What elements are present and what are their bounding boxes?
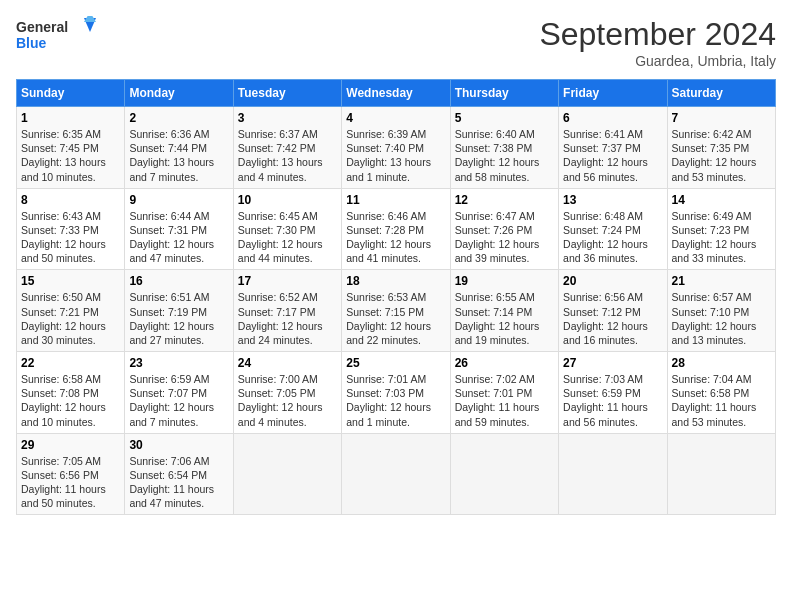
calendar-cell: 27Sunrise: 7:03 AMSunset: 6:59 PMDayligh… [559, 352, 667, 434]
calendar-cell: 19Sunrise: 6:55 AMSunset: 7:14 PMDayligh… [450, 270, 558, 352]
day-info: Sunrise: 6:48 AMSunset: 7:24 PMDaylight:… [563, 209, 662, 266]
day-number: 9 [129, 193, 228, 207]
svg-text:Blue: Blue [16, 35, 47, 51]
day-number: 27 [563, 356, 662, 370]
calendar-cell: 15Sunrise: 6:50 AMSunset: 7:21 PMDayligh… [17, 270, 125, 352]
weekday-header-tuesday: Tuesday [233, 80, 341, 107]
day-info: Sunrise: 6:51 AMSunset: 7:19 PMDaylight:… [129, 290, 228, 347]
weekday-header-saturday: Saturday [667, 80, 775, 107]
day-number: 25 [346, 356, 445, 370]
calendar-cell: 1Sunrise: 6:35 AMSunset: 7:45 PMDaylight… [17, 107, 125, 189]
day-number: 11 [346, 193, 445, 207]
calendar-cell: 20Sunrise: 6:56 AMSunset: 7:12 PMDayligh… [559, 270, 667, 352]
svg-text:General: General [16, 19, 68, 35]
calendar-cell: 12Sunrise: 6:47 AMSunset: 7:26 PMDayligh… [450, 188, 558, 270]
weekday-header-monday: Monday [125, 80, 233, 107]
day-number: 18 [346, 274, 445, 288]
location-subtitle: Guardea, Umbria, Italy [539, 53, 776, 69]
day-info: Sunrise: 6:56 AMSunset: 7:12 PMDaylight:… [563, 290, 662, 347]
day-info: Sunrise: 7:06 AMSunset: 6:54 PMDaylight:… [129, 454, 228, 511]
day-info: Sunrise: 6:52 AMSunset: 7:17 PMDaylight:… [238, 290, 337, 347]
svg-marker-3 [84, 16, 96, 22]
calendar-cell: 9Sunrise: 6:44 AMSunset: 7:31 PMDaylight… [125, 188, 233, 270]
day-info: Sunrise: 6:41 AMSunset: 7:37 PMDaylight:… [563, 127, 662, 184]
calendar-cell [342, 433, 450, 515]
page-header: General Blue September 2024 Guardea, Umb… [16, 16, 776, 69]
calendar-cell: 8Sunrise: 6:43 AMSunset: 7:33 PMDaylight… [17, 188, 125, 270]
calendar-cell: 11Sunrise: 6:46 AMSunset: 7:28 PMDayligh… [342, 188, 450, 270]
calendar-cell: 25Sunrise: 7:01 AMSunset: 7:03 PMDayligh… [342, 352, 450, 434]
calendar-cell [667, 433, 775, 515]
day-info: Sunrise: 6:58 AMSunset: 7:08 PMDaylight:… [21, 372, 120, 429]
day-number: 26 [455, 356, 554, 370]
weekday-header-thursday: Thursday [450, 80, 558, 107]
calendar-cell: 2Sunrise: 6:36 AMSunset: 7:44 PMDaylight… [125, 107, 233, 189]
day-number: 3 [238, 111, 337, 125]
calendar-cell: 28Sunrise: 7:04 AMSunset: 6:58 PMDayligh… [667, 352, 775, 434]
logo: General Blue [16, 16, 96, 58]
calendar-cell: 29Sunrise: 7:05 AMSunset: 6:56 PMDayligh… [17, 433, 125, 515]
day-number: 7 [672, 111, 771, 125]
day-number: 14 [672, 193, 771, 207]
calendar-week-row: 29Sunrise: 7:05 AMSunset: 6:56 PMDayligh… [17, 433, 776, 515]
day-number: 21 [672, 274, 771, 288]
weekday-header-row: SundayMondayTuesdayWednesdayThursdayFrid… [17, 80, 776, 107]
day-number: 6 [563, 111, 662, 125]
day-info: Sunrise: 6:50 AMSunset: 7:21 PMDaylight:… [21, 290, 120, 347]
day-number: 17 [238, 274, 337, 288]
day-number: 2 [129, 111, 228, 125]
day-info: Sunrise: 6:53 AMSunset: 7:15 PMDaylight:… [346, 290, 445, 347]
day-number: 5 [455, 111, 554, 125]
day-info: Sunrise: 7:03 AMSunset: 6:59 PMDaylight:… [563, 372, 662, 429]
day-info: Sunrise: 6:46 AMSunset: 7:28 PMDaylight:… [346, 209, 445, 266]
calendar-week-row: 1Sunrise: 6:35 AMSunset: 7:45 PMDaylight… [17, 107, 776, 189]
day-info: Sunrise: 6:59 AMSunset: 7:07 PMDaylight:… [129, 372, 228, 429]
calendar-cell: 5Sunrise: 6:40 AMSunset: 7:38 PMDaylight… [450, 107, 558, 189]
day-number: 16 [129, 274, 228, 288]
day-info: Sunrise: 6:45 AMSunset: 7:30 PMDaylight:… [238, 209, 337, 266]
day-info: Sunrise: 6:36 AMSunset: 7:44 PMDaylight:… [129, 127, 228, 184]
day-number: 22 [21, 356, 120, 370]
day-info: Sunrise: 6:55 AMSunset: 7:14 PMDaylight:… [455, 290, 554, 347]
calendar-cell [559, 433, 667, 515]
day-info: Sunrise: 6:49 AMSunset: 7:23 PMDaylight:… [672, 209, 771, 266]
day-number: 4 [346, 111, 445, 125]
calendar-cell: 16Sunrise: 6:51 AMSunset: 7:19 PMDayligh… [125, 270, 233, 352]
weekday-header-friday: Friday [559, 80, 667, 107]
calendar-week-row: 22Sunrise: 6:58 AMSunset: 7:08 PMDayligh… [17, 352, 776, 434]
day-number: 8 [21, 193, 120, 207]
calendar-cell: 30Sunrise: 7:06 AMSunset: 6:54 PMDayligh… [125, 433, 233, 515]
day-info: Sunrise: 6:57 AMSunset: 7:10 PMDaylight:… [672, 290, 771, 347]
calendar-cell: 4Sunrise: 6:39 AMSunset: 7:40 PMDaylight… [342, 107, 450, 189]
day-number: 24 [238, 356, 337, 370]
logo-svg: General Blue [16, 16, 96, 58]
day-number: 13 [563, 193, 662, 207]
calendar-cell [233, 433, 341, 515]
day-info: Sunrise: 7:01 AMSunset: 7:03 PMDaylight:… [346, 372, 445, 429]
title-block: September 2024 Guardea, Umbria, Italy [539, 16, 776, 69]
day-number: 15 [21, 274, 120, 288]
day-info: Sunrise: 7:02 AMSunset: 7:01 PMDaylight:… [455, 372, 554, 429]
calendar-cell [450, 433, 558, 515]
day-number: 30 [129, 438, 228, 452]
calendar-cell: 21Sunrise: 6:57 AMSunset: 7:10 PMDayligh… [667, 270, 775, 352]
day-info: Sunrise: 6:37 AMSunset: 7:42 PMDaylight:… [238, 127, 337, 184]
weekday-header-wednesday: Wednesday [342, 80, 450, 107]
day-number: 20 [563, 274, 662, 288]
calendar-cell: 18Sunrise: 6:53 AMSunset: 7:15 PMDayligh… [342, 270, 450, 352]
calendar-cell: 24Sunrise: 7:00 AMSunset: 7:05 PMDayligh… [233, 352, 341, 434]
day-info: Sunrise: 7:04 AMSunset: 6:58 PMDaylight:… [672, 372, 771, 429]
day-info: Sunrise: 6:43 AMSunset: 7:33 PMDaylight:… [21, 209, 120, 266]
calendar-cell: 17Sunrise: 6:52 AMSunset: 7:17 PMDayligh… [233, 270, 341, 352]
day-info: Sunrise: 6:39 AMSunset: 7:40 PMDaylight:… [346, 127, 445, 184]
weekday-header-sunday: Sunday [17, 80, 125, 107]
day-info: Sunrise: 7:05 AMSunset: 6:56 PMDaylight:… [21, 454, 120, 511]
day-number: 1 [21, 111, 120, 125]
day-number: 29 [21, 438, 120, 452]
calendar-week-row: 15Sunrise: 6:50 AMSunset: 7:21 PMDayligh… [17, 270, 776, 352]
calendar-week-row: 8Sunrise: 6:43 AMSunset: 7:33 PMDaylight… [17, 188, 776, 270]
day-info: Sunrise: 6:42 AMSunset: 7:35 PMDaylight:… [672, 127, 771, 184]
day-number: 12 [455, 193, 554, 207]
calendar-cell: 23Sunrise: 6:59 AMSunset: 7:07 PMDayligh… [125, 352, 233, 434]
calendar-cell: 22Sunrise: 6:58 AMSunset: 7:08 PMDayligh… [17, 352, 125, 434]
